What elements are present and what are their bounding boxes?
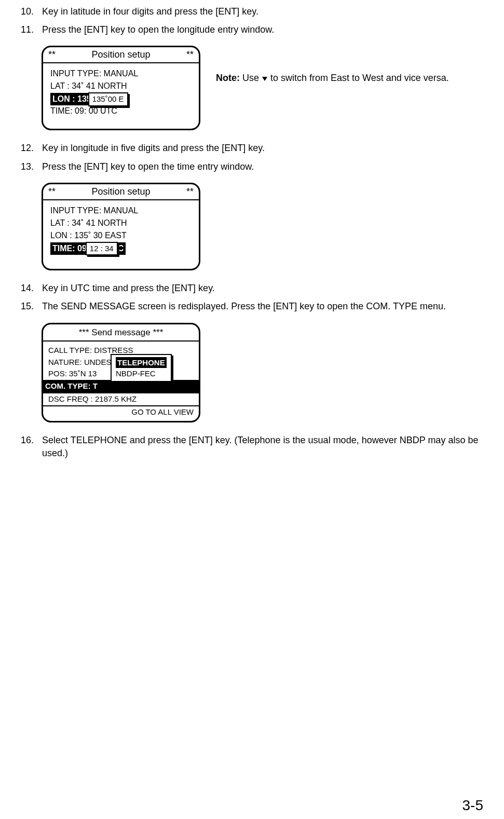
note-label: Note:: [216, 73, 240, 83]
step-number: 10.: [21, 5, 39, 18]
step-10: 10. Key in latitude in four digits and p…: [21, 5, 488, 18]
screen-title: ** Position setup **: [43, 47, 199, 63]
position-setup-screen-1: ** Position setup ** INPUT TYPE: MANUAL …: [42, 46, 200, 130]
position-setup-screen-2: ** Position setup ** INPUT TYPE: MANUAL …: [42, 183, 200, 271]
step-text: Press the [ENT] key to open the time ent…: [42, 160, 488, 173]
title-stars-left: **: [48, 49, 56, 60]
send-message-screen: *** Send message *** CALL TYPE: DISTRESS…: [42, 323, 200, 423]
time-line: TIME: 09: 00 UTC: [50, 105, 117, 117]
lat-line: LAT : 34˚ 41 NORTH: [50, 80, 192, 92]
step-number: 13.: [21, 160, 39, 173]
title-text: Position setup: [91, 49, 150, 60]
time-highlight: TIME: 09: [50, 242, 89, 255]
step-number: 15.: [21, 300, 39, 313]
screen-title: *** Send message ***: [43, 324, 199, 342]
screen-title: ** Position setup **: [43, 184, 199, 200]
svg-marker-0: [262, 77, 267, 81]
lon-highlight: LON : 135: [50, 93, 93, 105]
step-13: 13. Press the [ENT] key to open the time…: [21, 160, 488, 173]
note-text-after: to switch from East to West and vice ver…: [268, 73, 449, 83]
step-text: The SEND MESSAGE screen is redisplayed. …: [42, 300, 488, 313]
step-text: Key in longitude in five digits and pres…: [42, 142, 488, 155]
step-text: Key in latitude in four digits and press…: [42, 5, 488, 18]
step-16: 16. Select TELEPHONE and press the [ENT]…: [21, 434, 488, 460]
title-text: Position setup: [91, 186, 150, 197]
figure-row-1: ** Position setup ** INPUT TYPE: MANUAL …: [42, 46, 488, 130]
input-type-line: INPUT TYPE: MANUAL: [50, 67, 192, 80]
dsc-freq-line: DSC FREQ : 2187.5 KHZ: [48, 393, 194, 405]
step-text: Select TELEPHONE and press the [ENT] key…: [42, 434, 488, 460]
step-number: 16.: [21, 434, 39, 447]
step-12: 12. Key in longitude in five digits and …: [21, 142, 488, 155]
input-type-line: INPUT TYPE: MANUAL: [50, 204, 192, 217]
step-text: Press the [ENT] key to open the longitud…: [42, 23, 488, 36]
lon-entry-popup: 135˚00 E: [88, 92, 128, 106]
popup-option-nbdp: NBDP-FEC: [116, 369, 156, 378]
note-1: Note: Use to switch from East to West an…: [216, 73, 449, 84]
lon-line: LON : 135˚ 30 EAST: [50, 229, 192, 242]
page-number: 3-5: [462, 797, 483, 814]
popup-option-telephone: TELEPHONE: [116, 357, 167, 368]
step-number: 11.: [21, 23, 39, 36]
step-14: 14. Key in UTC time and press the [ENT] …: [21, 282, 488, 295]
step-number: 12.: [21, 142, 39, 155]
figure-row-2: ** Position setup ** INPUT TYPE: MANUAL …: [42, 183, 488, 271]
note-text-before: Use: [240, 73, 262, 83]
title-stars-right: **: [186, 49, 194, 60]
time-entry-popup: 12 : 34: [86, 242, 118, 256]
step-text: Key in UTC time and press the [ENT] key.: [42, 282, 488, 295]
lat-line: LAT : 34˚ 41 NORTH: [50, 217, 192, 229]
step-15: 15. The SEND MESSAGE screen is redisplay…: [21, 300, 488, 313]
title-stars-right: **: [186, 186, 194, 197]
triangle-down-icon: [262, 73, 268, 84]
step-number: 14.: [21, 282, 39, 295]
title-stars-left: **: [48, 186, 56, 197]
com-type-popup: TELEPHONE NBDP-FEC: [111, 354, 172, 382]
goto-all-view: GO TO ALL VIEW: [48, 406, 194, 418]
step-11: 11. Press the [ENT] key to open the long…: [21, 23, 488, 36]
